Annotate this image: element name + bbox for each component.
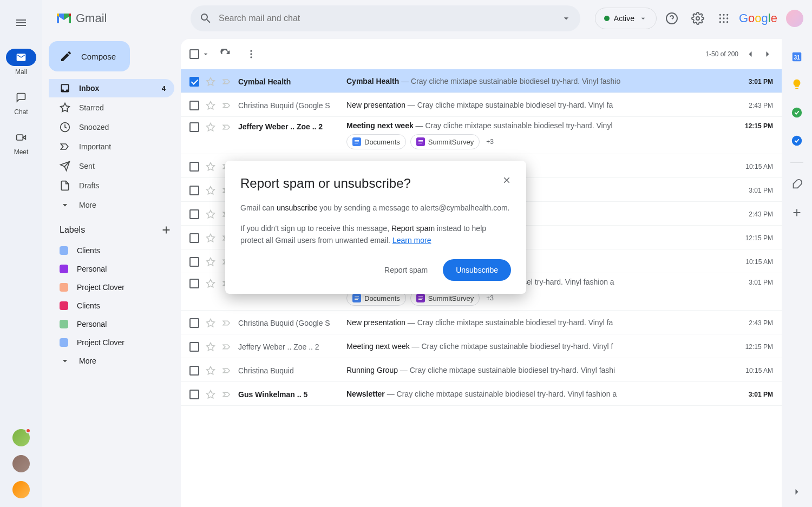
- star-icon[interactable]: [206, 233, 215, 243]
- rail-mail[interactable]: Mail: [0, 49, 42, 76]
- important-icon[interactable]: [222, 318, 232, 328]
- rail-meet[interactable]: Meet: [0, 129, 42, 156]
- rail-avatar-3[interactable]: [12, 481, 30, 498]
- row-checkbox[interactable]: [189, 390, 199, 399]
- row-checkbox[interactable]: [189, 279, 199, 288]
- mail-chips: DocumentsSummitSurvey+3: [346, 134, 735, 149]
- account-avatar[interactable]: [786, 10, 803, 27]
- nav-important[interactable]: Important: [49, 137, 174, 156]
- search-dropdown-icon[interactable]: [561, 13, 572, 24]
- collapse-panel-icon[interactable]: [790, 485, 803, 498]
- row-checkbox[interactable]: [189, 257, 199, 267]
- important-icon[interactable]: [222, 366, 232, 376]
- addons-icon[interactable]: [790, 178, 803, 191]
- star-icon[interactable]: [206, 390, 215, 399]
- svg-point-6: [719, 17, 721, 19]
- row-checkbox[interactable]: [189, 318, 199, 328]
- important-icon[interactable]: [222, 390, 232, 399]
- mail-row[interactable]: Christina Buquid (Google SNew presentati…: [181, 311, 782, 334]
- star-icon[interactable]: [206, 162, 215, 172]
- select-all[interactable]: [189, 49, 210, 59]
- gmail-logo[interactable]: Gmail: [55, 11, 107, 25]
- row-checkbox[interactable]: [189, 233, 199, 243]
- star-icon[interactable]: [206, 257, 215, 267]
- mail-row[interactable]: Gus Winkelman .. 5Newsletter — Cray clic…: [181, 382, 782, 406]
- keep-icon[interactable]: [790, 78, 803, 91]
- row-checkbox[interactable]: [189, 162, 199, 172]
- settings-icon[interactable]: [687, 8, 709, 29]
- row-checkbox[interactable]: [189, 122, 199, 132]
- refresh-icon[interactable]: [214, 43, 236, 65]
- mail-row[interactable]: Jeffery Weber .. Zoe .. 2Meeting next we…: [181, 117, 782, 154]
- star-icon[interactable]: [206, 209, 215, 219]
- important-icon[interactable]: [222, 101, 232, 110]
- label-item[interactable]: Clients: [49, 241, 181, 260]
- mail-row[interactable]: Jeffery Weber .. Zoe .. 2Meeting next we…: [181, 334, 782, 358]
- star-icon[interactable]: [206, 101, 215, 110]
- rail-avatar-2[interactable]: [12, 455, 30, 472]
- mail-row[interactable]: Christina Buquid (Google SNew presentati…: [181, 93, 782, 117]
- label-name: Clients: [77, 246, 100, 255]
- help-icon[interactable]: [661, 8, 683, 29]
- important-icon[interactable]: [222, 342, 232, 352]
- svg-marker-40: [207, 319, 215, 326]
- calendar-icon[interactable]: 31: [790, 50, 803, 63]
- label-item[interactable]: Project Clover: [49, 333, 181, 352]
- apps-icon[interactable]: [713, 8, 735, 29]
- label-item[interactable]: Personal: [49, 315, 181, 333]
- mail-row[interactable]: Cymbal HealthCymbal Health — Cray cliche…: [181, 69, 782, 93]
- row-checkbox[interactable]: [189, 186, 199, 195]
- close-icon[interactable]: [498, 172, 515, 189]
- important-icon[interactable]: [222, 77, 232, 87]
- report-spam-button[interactable]: Report spam: [374, 259, 438, 281]
- attachment-chip[interactable]: Documents: [346, 134, 406, 149]
- row-checkbox[interactable]: [189, 77, 199, 87]
- nav-more[interactable]: More: [49, 196, 174, 214]
- search-input[interactable]: [219, 14, 554, 23]
- rail-chat[interactable]: Chat: [0, 89, 42, 116]
- star-icon[interactable]: [206, 186, 215, 195]
- tasks-icon[interactable]: [790, 106, 803, 119]
- rail-avatar-1[interactable]: [12, 429, 30, 446]
- attachment-chip[interactable]: SummitSurvey: [410, 134, 480, 149]
- unsubscribe-button[interactable]: Unsubscribe: [443, 259, 511, 281]
- star-icon[interactable]: [206, 279, 215, 288]
- prev-page-icon[interactable]: [745, 49, 756, 60]
- learn-more-link[interactable]: Learn more: [392, 236, 431, 245]
- row-checkbox[interactable]: [189, 209, 199, 219]
- more-icon[interactable]: [240, 43, 262, 65]
- add-label-icon[interactable]: [160, 224, 172, 236]
- star-icon[interactable]: [206, 366, 215, 376]
- mail-time: 2:43 PM: [735, 101, 773, 109]
- google-logo[interactable]: Google: [739, 11, 777, 25]
- nav-snoozed[interactable]: Snoozed: [49, 118, 174, 136]
- star-icon[interactable]: [206, 122, 215, 132]
- mail-row[interactable]: Christina BuquidRunning Group — Cray cli…: [181, 358, 782, 382]
- nav-drafts[interactable]: Drafts: [49, 176, 174, 195]
- drafts-icon: [60, 180, 70, 191]
- search-bar[interactable]: [191, 5, 580, 31]
- star-icon[interactable]: [206, 318, 215, 328]
- nav-inbox[interactable]: Inbox 4: [49, 79, 174, 97]
- add-icon[interactable]: [790, 206, 803, 219]
- row-checkbox[interactable]: [189, 101, 199, 110]
- next-page-icon[interactable]: [762, 49, 773, 60]
- star-icon[interactable]: [206, 77, 215, 87]
- label-item[interactable]: Project Clover: [49, 278, 181, 297]
- nav-sent[interactable]: Sent: [49, 157, 174, 175]
- row-checkbox[interactable]: [189, 342, 199, 352]
- star-icon[interactable]: [206, 342, 215, 352]
- mail-time: 12:15 PM: [735, 121, 773, 130]
- label-item[interactable]: More: [49, 352, 181, 370]
- important-icon[interactable]: [222, 122, 232, 132]
- contacts-icon[interactable]: [790, 134, 803, 147]
- label-item[interactable]: Personal: [49, 260, 181, 278]
- label-swatch-icon: [60, 320, 68, 328]
- survey-icon: [416, 137, 425, 146]
- menu-icon[interactable]: [8, 10, 34, 36]
- status-button[interactable]: Active: [595, 8, 657, 29]
- label-item[interactable]: Clients: [49, 297, 181, 315]
- compose-button[interactable]: Compose: [49, 41, 130, 71]
- row-checkbox[interactable]: [189, 366, 199, 376]
- nav-starred[interactable]: Starred: [49, 98, 174, 117]
